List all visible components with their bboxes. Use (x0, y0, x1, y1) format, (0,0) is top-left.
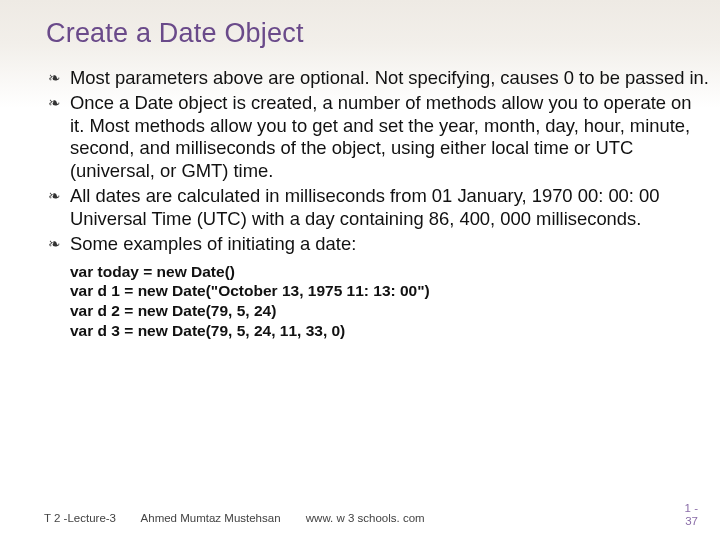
bullet-icon: ❧ (48, 187, 61, 206)
list-item: ❧ Some examples of initiating a date: (48, 233, 710, 256)
code-line: var d 3 = new Date(79, 5, 24, 11, 33, 0) (70, 321, 710, 341)
page-bottom: 37 (685, 515, 698, 528)
code-line: var d 1 = new Date("October 13, 1975 11:… (70, 281, 710, 301)
list-item: ❧ Most parameters above are optional. No… (48, 67, 710, 90)
bullet-text: Once a Date object is created, a number … (70, 92, 692, 181)
bullet-list: ❧ Most parameters above are optional. No… (48, 67, 710, 256)
list-item: ❧ All dates are calculated in millisecon… (48, 185, 710, 231)
page-top: 1 - (685, 502, 698, 515)
code-line: var d 2 = new Date(79, 5, 24) (70, 301, 710, 321)
page-number: 1 - 37 (685, 502, 698, 528)
bullet-icon: ❧ (48, 69, 61, 88)
bullet-text: All dates are calculated in milliseconds… (70, 185, 660, 229)
slide-title: Create a Date Object (46, 18, 710, 49)
code-line: var today = new Date() (70, 262, 710, 282)
footer-left: T 2 -Lecture-3 (44, 512, 116, 524)
bullet-icon: ❧ (48, 94, 61, 113)
bullet-text: Most parameters above are optional. Not … (70, 67, 709, 88)
code-block: var today = new Date() var d 1 = new Dat… (70, 262, 710, 341)
footer-center: Ahmed Mumtaz Mustehsan (141, 512, 281, 524)
bullet-text: Some examples of initiating a date: (70, 233, 356, 254)
footer-right: www. w 3 schools. com (306, 512, 425, 524)
footer: T 2 -Lecture-3 Ahmed Mumtaz Mustehsan ww… (44, 512, 447, 524)
bullet-icon: ❧ (48, 235, 61, 254)
slide: Create a Date Object ❧ Most parameters a… (0, 0, 720, 540)
list-item: ❧ Once a Date object is created, a numbe… (48, 92, 710, 183)
